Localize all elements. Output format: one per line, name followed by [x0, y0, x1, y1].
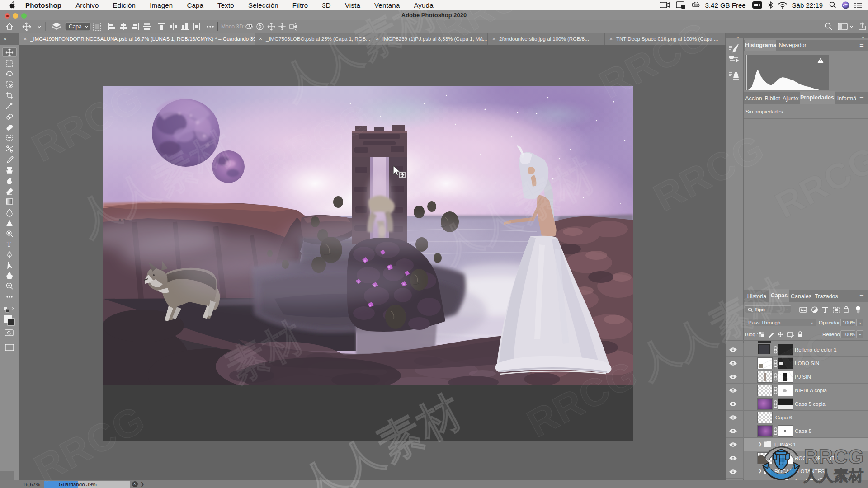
- svg-text:Modo 3D:: Modo 3D:: [221, 23, 245, 30]
- svg-text:Capa: Capa: [69, 23, 82, 30]
- svg-text:人人素材: 人人素材: [803, 467, 863, 484]
- svg-text:RRCG: RRCG: [804, 446, 864, 468]
- svg-text:T: T: [7, 240, 11, 248]
